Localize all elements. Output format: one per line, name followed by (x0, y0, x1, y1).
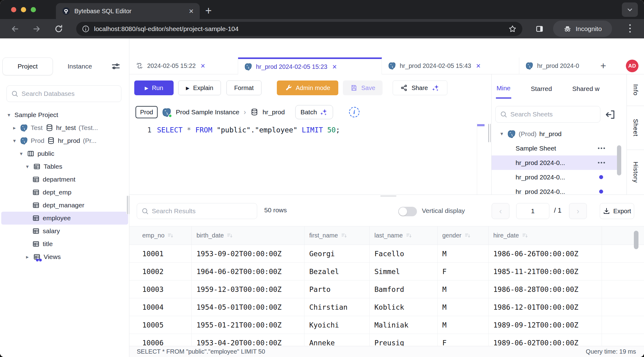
reload-button[interactable] (54, 24, 63, 33)
tab-search-chevron-button[interactable] (622, 2, 638, 17)
sort-icon[interactable] (406, 232, 412, 239)
tab-project[interactable]: Project (2, 57, 53, 75)
sheet-item[interactable]: hr_prod 2024-0... (492, 170, 621, 184)
results-resize-handle[interactable] (380, 194, 396, 197)
results-search-input[interactable] (152, 207, 253, 215)
results-scrollbar[interactable] (634, 231, 638, 249)
caret-down-icon[interactable]: ▾ (18, 151, 24, 157)
cell[interactable]: 10006 (129, 334, 191, 346)
tree-item-hr-test[interactable]: ▸ Test hr_test (Test... (1, 121, 128, 134)
close-icon[interactable]: × (201, 62, 205, 70)
sheet-search-input[interactable] (510, 111, 596, 118)
avatar[interactable]: AD (626, 60, 638, 72)
format-button[interactable]: Format (226, 80, 261, 95)
forward-button[interactable] (32, 24, 41, 33)
tree-settings-icon[interactable] (111, 62, 121, 71)
caret-down-icon[interactable]: ▾ (6, 112, 12, 118)
caret-down-icon[interactable]: ▾ (25, 163, 30, 170)
tree-item-public-schema[interactable]: ▾ public (1, 147, 128, 160)
cell[interactable]: Bezalel (304, 263, 369, 280)
back-button[interactable] (10, 24, 20, 33)
cell[interactable]: M (437, 298, 488, 316)
tab-info[interactable]: Info (627, 74, 644, 106)
tree-item-hr-prod[interactable]: ▾ Prod hr_prod (Pr... (1, 134, 128, 147)
share-button[interactable]: Share (393, 80, 447, 95)
tree-item-views-group[interactable]: ▸ Views (1, 250, 128, 263)
cell[interactable]: 1986-06-26T00:00:00Z (488, 245, 602, 263)
close-icon[interactable]: × (332, 63, 337, 71)
close-icon[interactable]: × (476, 62, 481, 70)
cell[interactable]: 1959-12-03T00:00:00Z (191, 280, 304, 298)
batch-button[interactable]: Batch (295, 105, 333, 119)
cell[interactable]: 1953-09-02T00:00:00Z (191, 245, 304, 263)
minimize-window-button[interactable] (21, 7, 26, 12)
cell[interactable]: 1964-06-02T00:00:00Z (191, 263, 304, 280)
save-button[interactable]: Save (343, 80, 383, 95)
sort-icon[interactable] (464, 232, 471, 239)
cell[interactable]: 1986-12-01T00:00:00Z (488, 298, 602, 316)
sort-icon[interactable] (167, 232, 174, 239)
sheet-menu-icon[interactable] (598, 147, 605, 149)
tab-history[interactable]: History (627, 150, 644, 194)
cell[interactable]: Koblick (369, 298, 437, 316)
cell[interactable]: F (437, 334, 488, 346)
cell[interactable]: 10003 (129, 280, 191, 298)
sheet-search[interactable] (495, 106, 600, 123)
page-number-input[interactable] (516, 203, 549, 219)
vertical-display-toggle[interactable] (398, 207, 417, 216)
cell[interactable]: Kyoichi (304, 316, 369, 334)
column-header-emp-no[interactable]: emp_no (129, 226, 191, 245)
zoom-window-button[interactable] (31, 7, 36, 12)
editor-tab-2-active[interactable]: hr_prod 2024-02-05 15:23 × (238, 57, 382, 74)
sheet-item-sample-sheet[interactable]: Sample Sheet (492, 141, 621, 155)
column-header-first-name[interactable]: first_name (304, 226, 369, 245)
browser-menu-button[interactable] (629, 24, 631, 33)
panel-resize-handle-vertical[interactable] (488, 124, 492, 142)
tab-mine[interactable]: Mine (496, 77, 511, 99)
column-header-hire-date[interactable]: hire_date (488, 226, 602, 245)
cell[interactable]: Georgi (304, 245, 369, 263)
database-name[interactable]: hr_prod (263, 108, 285, 116)
tree-item-table-department[interactable]: department (1, 173, 128, 186)
cell[interactable]: Maliniak (369, 316, 437, 334)
side-panel-icon[interactable] (535, 25, 544, 33)
results-search[interactable] (137, 203, 257, 219)
bookmark-star-icon[interactable] (508, 25, 517, 33)
cell[interactable]: 1985-11-21T00:00:00Z (488, 263, 602, 280)
cell[interactable]: Anneke (304, 334, 369, 346)
url-text[interactable]: localhost:8080/sql-editor/sheet/project-… (94, 25, 504, 33)
tab-starred[interactable]: Starred (530, 78, 553, 98)
tab-instance[interactable]: Instance (68, 63, 92, 70)
caret-right-icon[interactable]: ▸ (25, 254, 30, 260)
sort-icon[interactable] (226, 232, 233, 239)
tree-item-tables-group[interactable]: ▾ Tables (1, 160, 128, 173)
next-page-button[interactable]: › (569, 203, 587, 219)
database-search-input[interactable] (22, 90, 117, 97)
cell[interactable]: 1989-09-12T00:00:00Z (488, 316, 602, 334)
export-button[interactable]: Export (600, 203, 634, 219)
cell[interactable]: M (437, 316, 488, 334)
sheet-menu-icon[interactable] (598, 162, 605, 163)
site-info-icon[interactable] (82, 25, 90, 33)
cell[interactable]: Bamford (369, 280, 437, 298)
cell[interactable]: F (437, 263, 488, 280)
cell[interactable]: 10002 (129, 263, 191, 280)
database-search[interactable] (6, 85, 121, 102)
tab-sheet[interactable]: Sheet (627, 106, 644, 150)
editor-tab-1[interactable]: 2024-02-05 15:22 × (129, 57, 238, 74)
admin-mode-button[interactable]: Admin mode (277, 80, 338, 95)
cell[interactable]: Parto (304, 280, 369, 298)
sheet-item[interactable]: hr_prod 2024-0... (492, 184, 621, 194)
instance-name[interactable]: Prod Sample Instance (176, 108, 239, 116)
caret-down-icon[interactable]: ▾ (499, 131, 505, 137)
tree-item-sample-project[interactable]: ▾ Sample Project (1, 108, 128, 121)
editor-tab-3[interactable]: hr_prod 2024-02-05 15:43 × (382, 57, 519, 74)
cell[interactable]: M (437, 280, 488, 298)
tree-item-table-salary[interactable]: salary (1, 225, 128, 237)
cell[interactable]: Simmel (369, 263, 437, 280)
cell[interactable]: 1955-01-21T00:00:00Z (191, 316, 304, 334)
run-button[interactable]: ▶ Run (134, 80, 174, 95)
tree-item-table-title[interactable]: title (1, 237, 128, 250)
cell[interactable]: 1989-06-02T00:00:00Z (488, 334, 602, 346)
cell[interactable]: 1954-05-01T00:00:00Z (191, 298, 304, 316)
